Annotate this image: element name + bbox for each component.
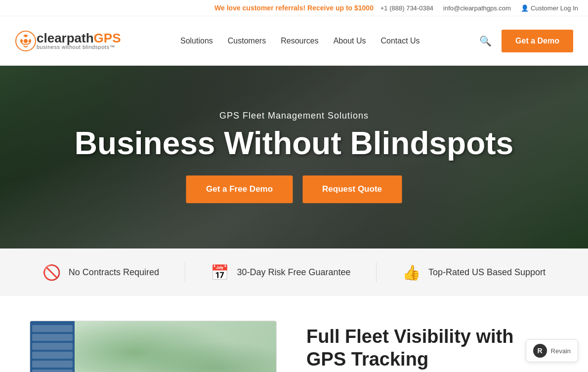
feature-support-text: Top-Rated US Based Support xyxy=(428,267,546,278)
no-contracts-icon: 🚫 xyxy=(42,264,61,281)
hero-subtitle: GPS Fleet Management Solutions xyxy=(30,111,559,121)
nav-customers[interactable]: Customers xyxy=(228,37,266,45)
content-heading: Full Fleet Visibility with GPS Tracking xyxy=(306,326,558,371)
request-quote-button[interactable]: Request Quote xyxy=(302,176,402,204)
search-icon: 🔍 xyxy=(479,36,492,46)
revain-icon: R xyxy=(533,344,547,358)
sidebar-row-5 xyxy=(32,361,73,368)
feature-no-contracts-text: No Contracts Required xyxy=(69,267,159,278)
hero-title: Business Without Blindspots xyxy=(30,126,559,161)
feature-guarantee-text: 30-Day Risk Free Guarantee xyxy=(237,267,350,278)
top-banner: We love customer referrals! Receive up t… xyxy=(0,0,588,16)
feature-divider-1 xyxy=(185,262,185,282)
sidebar-row-1 xyxy=(32,325,73,332)
nav-contact-us[interactable]: Contact Us xyxy=(380,37,420,45)
feature-divider-2 xyxy=(376,262,377,282)
header-right: 🔍 Get a Demo xyxy=(479,30,573,52)
phone-number: +1 (888) 734-0384 xyxy=(380,4,433,12)
feature-support: 👍 Top-Rated US Based Support xyxy=(402,264,546,281)
map-panel xyxy=(75,321,276,372)
nav-solutions[interactable]: Solutions xyxy=(180,37,213,45)
logo-text: clearpathGPS business without blindspots… xyxy=(37,32,121,50)
feature-no-contracts: 🚫 No Contracts Required xyxy=(42,264,159,281)
person-icon: 👤 xyxy=(521,4,529,12)
logo-tagline: business without blindspots™ xyxy=(37,44,121,50)
get-demo-button[interactable]: Get a Demo xyxy=(502,30,573,52)
contact-info: +1 (888) 734-0384 info@clearpathgps.com … xyxy=(380,4,578,12)
svg-point-4 xyxy=(25,35,27,37)
revain-label: Revain xyxy=(551,347,571,355)
content-section: Full Fleet Visibility with GPS Tracking xyxy=(0,296,588,372)
email-address: info@clearpathgps.com xyxy=(443,4,511,12)
hero-content: GPS Fleet Management Solutions Business … xyxy=(30,111,559,203)
svg-point-3 xyxy=(29,40,31,42)
support-icon: 👍 xyxy=(402,264,420,281)
hero-section: GPS Fleet Management Solutions Business … xyxy=(0,66,588,248)
fleet-tracking-text: Full Fleet Visibility with GPS Tracking xyxy=(306,321,558,372)
header: clearpathGPS business without blindspots… xyxy=(0,16,588,66)
sidebar-row-3 xyxy=(32,343,73,350)
nav-about-us[interactable]: About Us xyxy=(334,37,366,45)
get-free-demo-button[interactable]: Get a Free Demo xyxy=(186,176,293,204)
hero-buttons: Get a Free Demo Request Quote xyxy=(30,176,559,204)
nav-resources[interactable]: Resources xyxy=(281,37,318,45)
referral-text: We love customer referrals! Receive up t… xyxy=(214,4,374,12)
features-bar: 🚫 No Contracts Required 📅 30-Day Risk Fr… xyxy=(0,248,588,296)
map-overlay xyxy=(75,321,276,372)
svg-point-1 xyxy=(24,39,28,43)
sidebar-row-6 xyxy=(32,370,73,372)
guarantee-icon: 📅 xyxy=(210,264,229,281)
revain-badge[interactable]: R Revain xyxy=(526,339,578,362)
feature-guarantee: 📅 30-Day Risk Free Guarantee xyxy=(210,264,350,281)
sidebar-row-4 xyxy=(32,352,73,359)
logo-name: clearpathGPS xyxy=(37,32,121,44)
sidebar-row-2 xyxy=(32,334,73,341)
fleet-tracking-image xyxy=(30,321,277,372)
dashboard-preview xyxy=(30,321,276,372)
logo[interactable]: clearpathGPS business without blindspots… xyxy=(15,30,121,52)
customer-login-link[interactable]: 👤 Customer Log In xyxy=(521,4,578,12)
main-nav: Solutions Customers Resources About Us C… xyxy=(180,37,420,45)
svg-point-2 xyxy=(21,40,23,42)
logo-icon xyxy=(15,30,37,52)
search-button[interactable]: 🔍 xyxy=(479,35,492,47)
dashboard-sidebar xyxy=(30,321,75,372)
